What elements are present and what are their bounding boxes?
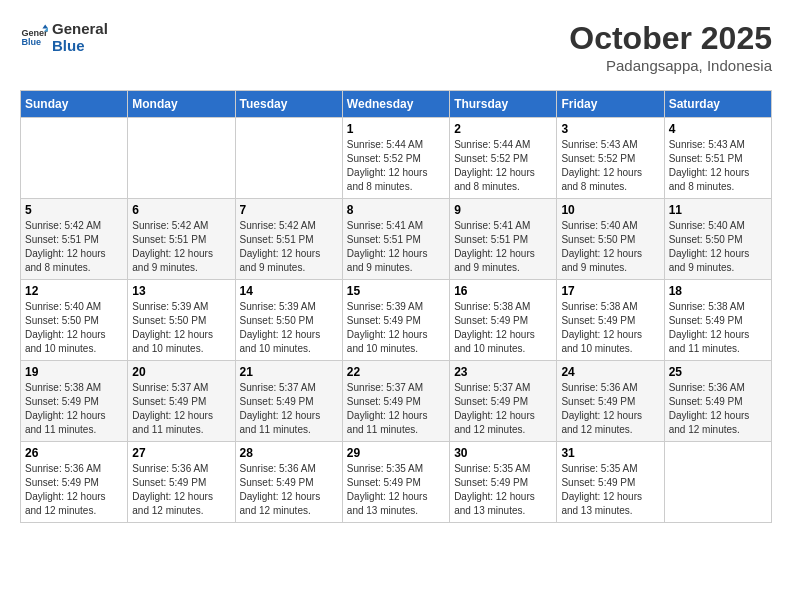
day-number: 30 <box>454 446 552 460</box>
logo: General Blue General Blue <box>20 20 108 54</box>
day-number: 14 <box>240 284 338 298</box>
day-header-saturday: Saturday <box>664 91 771 118</box>
day-number: 19 <box>25 365 123 379</box>
title-block: October 2025 Padangsappa, Indonesia <box>569 20 772 74</box>
day-number: 25 <box>669 365 767 379</box>
day-info: Sunrise: 5:44 AM Sunset: 5:52 PM Dayligh… <box>347 138 445 194</box>
day-number: 24 <box>561 365 659 379</box>
day-number: 29 <box>347 446 445 460</box>
calendar-cell: 28Sunrise: 5:36 AM Sunset: 5:49 PM Dayli… <box>235 442 342 523</box>
day-header-tuesday: Tuesday <box>235 91 342 118</box>
day-info: Sunrise: 5:42 AM Sunset: 5:51 PM Dayligh… <box>25 219 123 275</box>
day-number: 7 <box>240 203 338 217</box>
day-info: Sunrise: 5:35 AM Sunset: 5:49 PM Dayligh… <box>347 462 445 518</box>
day-number: 2 <box>454 122 552 136</box>
calendar-cell: 12Sunrise: 5:40 AM Sunset: 5:50 PM Dayli… <box>21 280 128 361</box>
calendar-header-row: SundayMondayTuesdayWednesdayThursdayFrid… <box>21 91 772 118</box>
day-info: Sunrise: 5:36 AM Sunset: 5:49 PM Dayligh… <box>669 381 767 437</box>
calendar-week-row: 26Sunrise: 5:36 AM Sunset: 5:49 PM Dayli… <box>21 442 772 523</box>
day-info: Sunrise: 5:44 AM Sunset: 5:52 PM Dayligh… <box>454 138 552 194</box>
calendar-week-row: 19Sunrise: 5:38 AM Sunset: 5:49 PM Dayli… <box>21 361 772 442</box>
day-info: Sunrise: 5:38 AM Sunset: 5:49 PM Dayligh… <box>25 381 123 437</box>
calendar-cell: 13Sunrise: 5:39 AM Sunset: 5:50 PM Dayli… <box>128 280 235 361</box>
day-info: Sunrise: 5:38 AM Sunset: 5:49 PM Dayligh… <box>454 300 552 356</box>
day-number: 8 <box>347 203 445 217</box>
day-info: Sunrise: 5:41 AM Sunset: 5:51 PM Dayligh… <box>347 219 445 275</box>
day-number: 4 <box>669 122 767 136</box>
calendar-cell: 2Sunrise: 5:44 AM Sunset: 5:52 PM Daylig… <box>450 118 557 199</box>
calendar-cell <box>235 118 342 199</box>
day-info: Sunrise: 5:37 AM Sunset: 5:49 PM Dayligh… <box>347 381 445 437</box>
day-info: Sunrise: 5:41 AM Sunset: 5:51 PM Dayligh… <box>454 219 552 275</box>
day-info: Sunrise: 5:39 AM Sunset: 5:49 PM Dayligh… <box>347 300 445 356</box>
day-header-wednesday: Wednesday <box>342 91 449 118</box>
day-number: 26 <box>25 446 123 460</box>
calendar-cell: 27Sunrise: 5:36 AM Sunset: 5:49 PM Dayli… <box>128 442 235 523</box>
day-number: 18 <box>669 284 767 298</box>
day-number: 27 <box>132 446 230 460</box>
day-number: 17 <box>561 284 659 298</box>
calendar-cell: 10Sunrise: 5:40 AM Sunset: 5:50 PM Dayli… <box>557 199 664 280</box>
day-header-thursday: Thursday <box>450 91 557 118</box>
day-info: Sunrise: 5:38 AM Sunset: 5:49 PM Dayligh… <box>669 300 767 356</box>
day-number: 10 <box>561 203 659 217</box>
calendar-cell: 14Sunrise: 5:39 AM Sunset: 5:50 PM Dayli… <box>235 280 342 361</box>
calendar-cell: 19Sunrise: 5:38 AM Sunset: 5:49 PM Dayli… <box>21 361 128 442</box>
calendar-cell: 6Sunrise: 5:42 AM Sunset: 5:51 PM Daylig… <box>128 199 235 280</box>
calendar-cell: 30Sunrise: 5:35 AM Sunset: 5:49 PM Dayli… <box>450 442 557 523</box>
day-number: 23 <box>454 365 552 379</box>
calendar-cell: 9Sunrise: 5:41 AM Sunset: 5:51 PM Daylig… <box>450 199 557 280</box>
day-number: 12 <box>25 284 123 298</box>
day-info: Sunrise: 5:43 AM Sunset: 5:52 PM Dayligh… <box>561 138 659 194</box>
calendar-cell: 1Sunrise: 5:44 AM Sunset: 5:52 PM Daylig… <box>342 118 449 199</box>
svg-text:General: General <box>21 28 48 38</box>
calendar-cell: 8Sunrise: 5:41 AM Sunset: 5:51 PM Daylig… <box>342 199 449 280</box>
calendar-cell: 20Sunrise: 5:37 AM Sunset: 5:49 PM Dayli… <box>128 361 235 442</box>
day-header-friday: Friday <box>557 91 664 118</box>
calendar-cell <box>21 118 128 199</box>
day-number: 22 <box>347 365 445 379</box>
calendar-week-row: 1Sunrise: 5:44 AM Sunset: 5:52 PM Daylig… <box>21 118 772 199</box>
day-info: Sunrise: 5:36 AM Sunset: 5:49 PM Dayligh… <box>240 462 338 518</box>
day-info: Sunrise: 5:43 AM Sunset: 5:51 PM Dayligh… <box>669 138 767 194</box>
day-info: Sunrise: 5:40 AM Sunset: 5:50 PM Dayligh… <box>669 219 767 275</box>
day-info: Sunrise: 5:35 AM Sunset: 5:49 PM Dayligh… <box>561 462 659 518</box>
calendar-table: SundayMondayTuesdayWednesdayThursdayFrid… <box>20 90 772 523</box>
day-number: 16 <box>454 284 552 298</box>
calendar-cell: 21Sunrise: 5:37 AM Sunset: 5:49 PM Dayli… <box>235 361 342 442</box>
day-number: 11 <box>669 203 767 217</box>
day-info: Sunrise: 5:36 AM Sunset: 5:49 PM Dayligh… <box>25 462 123 518</box>
day-number: 5 <box>25 203 123 217</box>
day-number: 21 <box>240 365 338 379</box>
logo-icon: General Blue <box>20 23 48 51</box>
calendar-cell: 17Sunrise: 5:38 AM Sunset: 5:49 PM Dayli… <box>557 280 664 361</box>
day-info: Sunrise: 5:38 AM Sunset: 5:49 PM Dayligh… <box>561 300 659 356</box>
calendar-week-row: 12Sunrise: 5:40 AM Sunset: 5:50 PM Dayli… <box>21 280 772 361</box>
day-info: Sunrise: 5:35 AM Sunset: 5:49 PM Dayligh… <box>454 462 552 518</box>
calendar-cell: 5Sunrise: 5:42 AM Sunset: 5:51 PM Daylig… <box>21 199 128 280</box>
day-number: 9 <box>454 203 552 217</box>
day-number: 6 <box>132 203 230 217</box>
day-info: Sunrise: 5:37 AM Sunset: 5:49 PM Dayligh… <box>240 381 338 437</box>
calendar-cell: 4Sunrise: 5:43 AM Sunset: 5:51 PM Daylig… <box>664 118 771 199</box>
calendar-cell: 26Sunrise: 5:36 AM Sunset: 5:49 PM Dayli… <box>21 442 128 523</box>
calendar-cell <box>128 118 235 199</box>
calendar-cell: 7Sunrise: 5:42 AM Sunset: 5:51 PM Daylig… <box>235 199 342 280</box>
calendar-cell: 18Sunrise: 5:38 AM Sunset: 5:49 PM Dayli… <box>664 280 771 361</box>
logo-blue: Blue <box>52 37 108 54</box>
calendar-cell: 3Sunrise: 5:43 AM Sunset: 5:52 PM Daylig… <box>557 118 664 199</box>
page-header: General Blue General Blue October 2025 P… <box>20 20 772 74</box>
day-header-sunday: Sunday <box>21 91 128 118</box>
day-number: 31 <box>561 446 659 460</box>
calendar-cell: 25Sunrise: 5:36 AM Sunset: 5:49 PM Dayli… <box>664 361 771 442</box>
location: Padangsappa, Indonesia <box>569 57 772 74</box>
calendar-cell: 15Sunrise: 5:39 AM Sunset: 5:49 PM Dayli… <box>342 280 449 361</box>
day-info: Sunrise: 5:42 AM Sunset: 5:51 PM Dayligh… <box>132 219 230 275</box>
day-info: Sunrise: 5:37 AM Sunset: 5:49 PM Dayligh… <box>454 381 552 437</box>
calendar-cell: 23Sunrise: 5:37 AM Sunset: 5:49 PM Dayli… <box>450 361 557 442</box>
calendar-cell: 16Sunrise: 5:38 AM Sunset: 5:49 PM Dayli… <box>450 280 557 361</box>
calendar-cell: 31Sunrise: 5:35 AM Sunset: 5:49 PM Dayli… <box>557 442 664 523</box>
day-number: 13 <box>132 284 230 298</box>
day-info: Sunrise: 5:42 AM Sunset: 5:51 PM Dayligh… <box>240 219 338 275</box>
calendar-week-row: 5Sunrise: 5:42 AM Sunset: 5:51 PM Daylig… <box>21 199 772 280</box>
